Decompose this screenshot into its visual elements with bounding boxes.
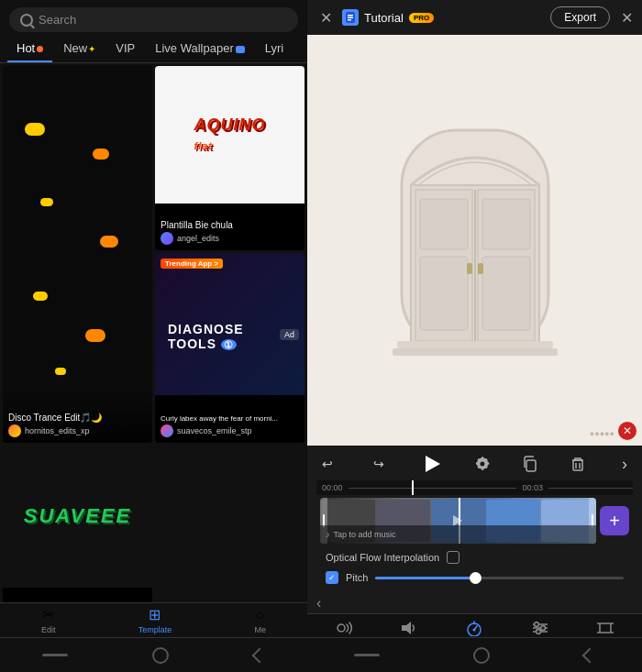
- trending-badge: Trending App >: [160, 259, 223, 269]
- crop-icon: [595, 620, 615, 636]
- volume-icon: [399, 620, 419, 636]
- music-note-icon: ♪: [326, 530, 330, 539]
- nav-left-circle: [152, 647, 169, 664]
- aquino-text: AQUINOflat: [194, 116, 266, 154]
- nav-right-line: [354, 654, 380, 656]
- nav-left-chevron: [251, 647, 267, 663]
- timeline-track: ♪ Tap to add music +: [316, 498, 633, 544]
- duplicate-button[interactable]: [521, 455, 539, 473]
- door-image: [374, 112, 576, 369]
- cloud-icon: [33, 292, 48, 301]
- video-clip[interactable]: ♪ Tap to add music: [320, 498, 596, 544]
- card1-author-name: hornitos_edits_xp: [25, 426, 90, 435]
- cloud-icon: [93, 149, 109, 160]
- card1-author: hornitos_edits_xp: [8, 424, 147, 437]
- edit-icon: ✂: [42, 606, 54, 623]
- svg-rect-2: [348, 17, 353, 19]
- optical-flow-label: Optical Flow Interpolation: [326, 552, 439, 563]
- add-track-button[interactable]: +: [600, 506, 629, 535]
- template-icon: ⊞: [149, 606, 160, 623]
- svg-rect-12: [482, 199, 530, 249]
- card2-author-name: angel_edits: [177, 234, 219, 243]
- phone-nav-right: [307, 637, 642, 672]
- watermark: ●●●●●: [590, 429, 614, 438]
- diagnose-content: DIAGNOSE TOOLS ①: [160, 314, 251, 358]
- svg-rect-20: [573, 460, 582, 470]
- optical-flow-checkbox[interactable]: [447, 551, 459, 564]
- svg-rect-18: [393, 348, 558, 356]
- ruler-time-mid: 00:03: [516, 483, 548, 492]
- phone-nav-area: [0, 637, 642, 672]
- remove-element-button[interactable]: ✕: [618, 422, 636, 440]
- author-avatar-2: [160, 232, 173, 245]
- redo-button[interactable]: ↪: [368, 455, 390, 473]
- nav-edit-label: Edit: [41, 625, 56, 634]
- play-button[interactable]: [419, 451, 445, 477]
- author-avatar-3: [160, 424, 173, 437]
- pitch-slider-fill: [375, 577, 474, 579]
- nav-right-chevron: [581, 647, 597, 663]
- nav-edit[interactable]: ✂ Edit: [41, 606, 56, 634]
- expand-handle[interactable]: ‹: [307, 593, 642, 613]
- cloud-icon: [85, 329, 105, 342]
- svg-rect-17: [397, 341, 553, 348]
- pitch-slider-thumb[interactable]: [470, 572, 482, 584]
- svg-point-30: [536, 630, 540, 634]
- tab-new[interactable]: New✦: [54, 38, 105, 59]
- ruler-time-start: 00:00: [316, 483, 349, 492]
- search-bar[interactable]: Search: [9, 7, 298, 32]
- svg-rect-10: [420, 199, 468, 249]
- svg-rect-19: [526, 460, 536, 471]
- star-icon: ✦: [88, 44, 95, 54]
- delete-button[interactable]: [569, 455, 587, 473]
- timeline-controls: ↩ ↪: [307, 446, 642, 593]
- document-icon: [342, 9, 359, 26]
- card3-author: suavecos_emile_stp: [160, 424, 299, 437]
- svg-rect-14: [467, 263, 472, 274]
- card3-info: Curly labex away the fear of morni... su…: [155, 396, 304, 443]
- nav-me[interactable]: ○ Me: [254, 607, 266, 634]
- card1-background: [3, 66, 152, 443]
- svg-point-24: [473, 629, 476, 632]
- export-button[interactable]: Export: [550, 6, 610, 28]
- tab-lyri[interactable]: Lyri: [256, 38, 293, 59]
- ruler-line2: [548, 488, 633, 489]
- svg-rect-31: [600, 623, 611, 633]
- video-card-2[interactable]: AQUINOflat Plantilla Bie chula angel_edi…: [155, 66, 304, 250]
- card2-author: angel_edits: [160, 232, 299, 245]
- pitch-row: ✓ Pitch: [316, 567, 633, 589]
- svg-point-29: [540, 626, 545, 631]
- nav-template[interactable]: ⊞ Template: [138, 606, 172, 634]
- more-button[interactable]: ›: [616, 453, 633, 476]
- undo-button[interactable]: ↩: [316, 455, 338, 473]
- svg-rect-11: [420, 257, 468, 330]
- svg-marker-22: [402, 622, 411, 634]
- left-bottom-nav: ✂ Edit ⊞ Template ○ Me: [0, 602, 307, 637]
- content-grid: Disco Trance Edit🎵🌙 hornitos_edits_xp AQ…: [0, 63, 307, 637]
- topbar-close-x[interactable]: ✕: [621, 9, 633, 27]
- editor-title: Tutorial: [364, 11, 404, 25]
- video-card-1[interactable]: Disco Trance Edit🎵🌙 hornitos_edits_xp: [3, 66, 152, 443]
- svg-rect-13: [482, 257, 530, 330]
- search-icon: [20, 14, 33, 27]
- search-placeholder: Search: [39, 13, 76, 27]
- phone-nav-left: [0, 637, 307, 672]
- nav-right-circle: [473, 647, 490, 664]
- music-track: ♪ Tap to add music: [320, 525, 596, 544]
- diagnose-line1: DIAGNOSE: [168, 322, 244, 336]
- tab-live[interactable]: Live Wallpaper: [146, 38, 254, 59]
- card2-info: Plantilla Bie chula angel_edits: [155, 202, 304, 250]
- playhead-cursor: [412, 480, 414, 495]
- pitch-slider[interactable]: [375, 577, 624, 579]
- nav-tabs: Hot New✦ VIP Live Wallpaper Lyri: [0, 38, 307, 63]
- video-card-3[interactable]: DIAGNOSE TOOLS ① Trending App > Ad Curly…: [155, 253, 304, 442]
- card3-author-name: suavecos_emile_stp: [177, 426, 252, 435]
- tab-hot[interactable]: Hot: [7, 38, 52, 59]
- nav-template-label: Template: [138, 625, 172, 634]
- tab-vip[interactable]: VIP: [106, 38, 144, 59]
- live-icon: [236, 46, 245, 53]
- close-button[interactable]: ✕: [316, 9, 335, 27]
- music-text: Tap to add music: [334, 530, 396, 539]
- pitch-checkbox[interactable]: ✓: [326, 571, 338, 584]
- settings-button[interactable]: [473, 455, 492, 473]
